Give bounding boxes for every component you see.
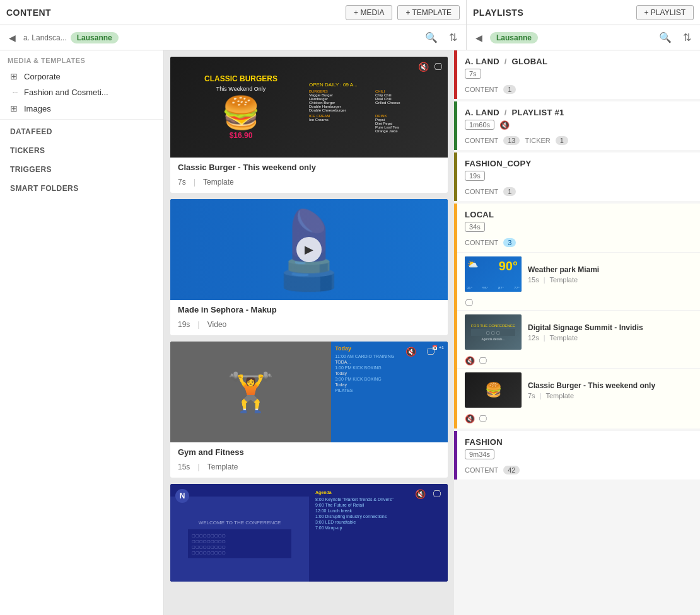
- burger-card-name: Classic Burger - This weekend only: [178, 163, 440, 172]
- content-label-fc: CONTENT: [465, 188, 498, 195]
- ticker-label-p1: TICKER: [525, 137, 550, 144]
- playlist-stats-global: CONTENT 1: [457, 85, 700, 99]
- playlist-stats-local: CONTENT 3: [457, 238, 700, 252]
- summit-icons-row: 🔇 🖵: [457, 353, 700, 368]
- mute-icon-p1: 🔇: [499, 120, 510, 130]
- gym-duration: 15s: [178, 463, 190, 471]
- no-screen-icon-burger-local: 🖵: [479, 414, 487, 423]
- no-screen-icon: 🖵: [434, 62, 443, 72]
- duration-badge-p1: 1m60s: [465, 120, 494, 130]
- content-name-summit: Digital Signage Summit - Invidis: [528, 323, 692, 332]
- content-meta-summit: 12s | Template: [528, 334, 692, 342]
- content-row-burger-local[interactable]: 🍔 Classic Burger - This weekend only 7s …: [457, 368, 700, 411]
- play-button[interactable]: ▶: [296, 237, 322, 262]
- content-label-p1: CONTENT: [465, 137, 498, 144]
- sidebar-nav-tickers[interactable]: TICKERS: [0, 141, 163, 160]
- content-row-summit[interactable]: FOR THE CONFERENCE ▢ ▢ ▢ Agenda details.…: [457, 310, 700, 353]
- add-template-button[interactable]: + TEMPLATE: [397, 5, 460, 20]
- no-audio-icon: 🔇: [418, 62, 429, 72]
- search-icon-right[interactable]: 🔍: [655, 30, 675, 45]
- sidebar-item-label-corporate: Corporate: [24, 72, 61, 81]
- sephora-card-name: Made in Sephora - Makup: [178, 305, 440, 314]
- add-media-button[interactable]: + MEDIA: [346, 5, 392, 20]
- add-playlist-button[interactable]: + PLAYLIST: [636, 5, 694, 20]
- burger-menu-details: OPEN DAILY : 09 A... BURGERSVeggie Burge…: [306, 79, 443, 135]
- playlist-name-fashion-copy: FASHION_COPY: [465, 159, 692, 168]
- playlist-fashion[interactable]: FASHION 9m34s CONTENT 42: [454, 431, 700, 480]
- content-details-burger-local: Classic Burger - This weekend only 7s | …: [528, 381, 692, 399]
- media-card-sephora[interactable]: 💄 ▶ Made in Sephora - Makup 19s | Video: [170, 199, 448, 335]
- expand-icon-images: ⊞: [10, 103, 20, 113]
- sidebar-item-label-fashion: Fashion and Cosmeti...: [24, 88, 108, 97]
- filter-icon-right[interactable]: ⇅: [679, 30, 695, 45]
- burger-icons-row: 🔇 🖵: [457, 411, 700, 426]
- content-meta-burger-local: 7s | Template: [528, 392, 692, 399]
- sidebar-nav-triggers[interactable]: TRIGGERS: [0, 160, 163, 179]
- content-row-weather[interactable]: ⛅ 90° 31°55°87°77° Weather park Miami 15…: [457, 252, 700, 296]
- no-audio-icon-summit: 🔇: [465, 356, 475, 365]
- content-thumb-summit: FOR THE CONFERENCE ▢ ▢ ▢ Agenda details.…: [465, 314, 522, 350]
- burger-price: $16.90: [230, 131, 253, 140]
- content-name-weather: Weather park Miami: [528, 265, 692, 274]
- burger-emoji: 🍔: [221, 95, 260, 131]
- media-card-gym[interactable]: 🏋️ Today 📅 +1 11:00 AM CARDIO TRAINING T…: [170, 342, 448, 478]
- media-card-conference[interactable]: N WELCOME TO THE CONFERENCE ▢▢▢▢▢▢▢▢▢ ▢▢…: [170, 484, 448, 582]
- conference-agenda: Agenda 8:00 Keynote "Market Trends & Dri…: [309, 484, 448, 582]
- content-meta-weather: 15s | Template: [528, 276, 692, 284]
- conference-left-panel: WELCOME TO THE CONFERENCE ▢▢▢▢▢▢▢▢▢ ▢▢▢▢…: [170, 497, 309, 582]
- ticker-count-p1: 1: [556, 136, 568, 145]
- no-screen-icon-summit: 🖵: [479, 356, 487, 365]
- duration-badge-fashion-copy: 19s: [465, 171, 485, 181]
- no-audio-icon-conf: 🔇: [415, 489, 426, 499]
- playlist-panel: A. LAND / GLOBAL 7s CONTENT 1 A. LAND / …: [454, 50, 700, 615]
- sidebar-item-fashion[interactable]: ··· Fashion and Cosmeti...: [0, 84, 163, 100]
- playlist-fashion-copy[interactable]: FASHION_COPY 19s CONTENT 1: [454, 152, 700, 201]
- content-label-fashion: CONTENT: [465, 466, 498, 474]
- search-icon-left[interactable]: 🔍: [421, 30, 441, 45]
- filter-icon-left[interactable]: ⇅: [445, 30, 461, 45]
- burger-card-title: CLASSIC BURGERS: [204, 74, 277, 83]
- playlist-stats-p1: CONTENT 13 TICKER 1: [457, 136, 700, 150]
- sephora-type: Video: [207, 320, 226, 329]
- content-count-global: 1: [503, 85, 516, 94]
- sephora-duration: 19s: [178, 320, 190, 329]
- playlist-stats-fashion: CONTENT 42: [457, 466, 700, 480]
- no-screen-icon-gym: 🖵: [426, 347, 435, 357]
- gym-schedule: Today 📅 +1 11:00 AM CARDIO TRAINING TODA…: [331, 342, 448, 442]
- sidebar-item-images[interactable]: ⊞ Images: [0, 100, 163, 117]
- content-count-fashion: 42: [503, 466, 520, 474]
- gym-type: Template: [207, 463, 238, 471]
- playlist-local[interactable]: LOCAL 34s CONTENT 3 ⛅ 90° 31°55°87°77°: [454, 204, 700, 428]
- playlist-a-land-playlist1[interactable]: A. LAND / PLAYLIST #1 1m60s 🔇 CONTENT 13…: [454, 101, 700, 150]
- sidebar-nav-datafeed[interactable]: DATAFEED: [0, 122, 163, 141]
- no-audio-icon-burger-local: 🔇: [465, 414, 475, 423]
- local-content-items: ⛅ 90° 31°55°87°77° Weather park Miami 15…: [457, 252, 700, 428]
- filter-tag-playlist-lausanne[interactable]: Lausanne: [490, 32, 538, 43]
- media-card-burger[interactable]: CLASSIC BURGERS This Weekend Only 🍔 $16.…: [170, 57, 448, 193]
- playlist-name-a-land-global: A. LAND / GLOBAL: [465, 57, 692, 66]
- n-badge: N: [175, 489, 189, 503]
- content-thumb-weather: ⛅ 90° 31°55°87°77°: [465, 256, 522, 292]
- sidebar-nav-smart-folders[interactable]: SMART FOLDERS: [0, 179, 163, 198]
- breadcrumb-text: a. Landsca...: [23, 33, 67, 42]
- back-arrow-playlist[interactable]: ◀: [472, 32, 486, 44]
- playlist-name-fashion: FASHION: [465, 437, 692, 447]
- expand-icon: ⊞: [10, 71, 20, 81]
- playlist-name-a-land-p1: A. LAND / PLAYLIST #1: [465, 108, 692, 117]
- gym-image: 🏋️: [170, 342, 331, 442]
- playlist-name-local: LOCAL: [465, 210, 692, 219]
- content-label-global: CONTENT: [465, 86, 498, 93]
- no-screen-icon-conf: 🖵: [433, 489, 441, 499]
- sidebar: MEDIA & TEMPLATES ⊞ Corporate ··· Fashio…: [0, 50, 164, 615]
- content-details-summit: Digital Signage Summit - Invidis 12s | T…: [528, 323, 692, 342]
- media-grid: CLASSIC BURGERS This Weekend Only 🍔 $16.…: [164, 50, 454, 615]
- filter-tag-lausanne[interactable]: Lausanne: [71, 32, 119, 43]
- no-audio-icon-gym: 🔇: [405, 347, 416, 357]
- burger-duration: 7s: [178, 178, 186, 187]
- burger-type: Template: [203, 178, 234, 187]
- content-label-local: CONTENT: [465, 239, 498, 246]
- burger-card-subtitle: This Weekend Only: [216, 86, 265, 92]
- sidebar-item-corporate[interactable]: ⊞ Corporate: [0, 68, 163, 84]
- back-arrow-left[interactable]: ◀: [5, 32, 20, 44]
- playlist-a-land-global[interactable]: A. LAND / GLOBAL 7s CONTENT 1: [454, 50, 700, 99]
